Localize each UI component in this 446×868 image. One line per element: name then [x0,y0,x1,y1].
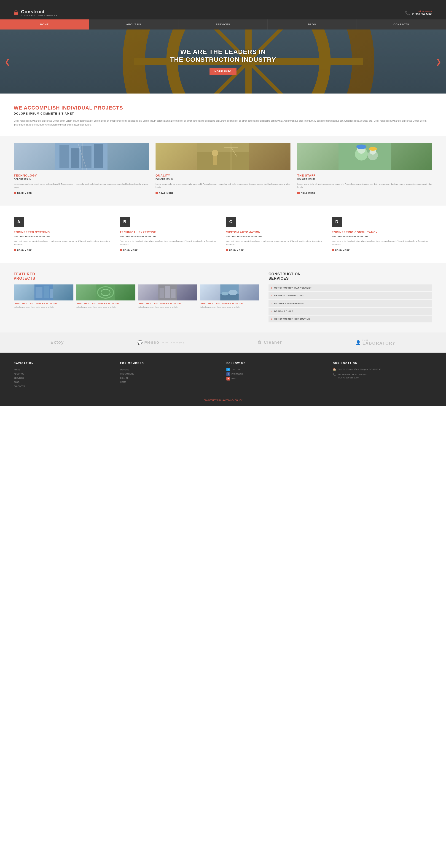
footer-members-home[interactable]: HOME [120,380,219,384]
nav-item-blog[interactable]: BLOG [268,20,357,30]
columns-grid: TECHNOLOGY DOLORE IPSUM Lorem ipsum dolo… [14,143,432,194]
phone-icon: 📞 [405,10,410,16]
column-staff: THE STAFF DOLORE IPSUM Lorem ipsum dolor… [297,143,432,194]
hero-prev-arrow[interactable]: ❮ [5,58,10,66]
project-link-1[interactable]: DONEC FACILI ULE LOREM IPSUM DOLORE [14,302,73,305]
service-title-b: TECHNICAL EXPERTISE [120,231,220,235]
facebook-label: FACEBOOK [232,373,243,375]
projects-grid: DONEC FACILI ULE LOREM IPSUM DOLORE Vari… [14,284,259,309]
social-twitter[interactable]: T TWITTER [227,368,326,371]
quality-title: QUALITY [155,174,291,177]
cs-item-3[interactable]: › PROGRAM MANAGEMENT [269,300,432,307]
technology-read-more-label: READ MORE [17,192,32,194]
read-more-icon-c [226,249,228,251]
technology-img-svg [14,143,149,170]
cs-title: CONSTRUCTIONSERVICES [269,272,432,281]
service-read-more-c[interactable]: READ MORE [226,249,326,251]
service-text-d: Nam pede ante, hendrerit vitae aliquet c… [332,240,433,246]
cs-item-1[interactable]: › CONSTRUCTION MANAGEMENT [269,284,432,291]
service-sub-d: MES CUML DIA SED CET INGER LOT. [332,236,433,238]
footer-nav-home[interactable]: HOME [14,368,113,372]
hero-title: WE ARE THE LEADERS IN THE CONSTRUCTION I… [170,48,276,63]
quality-read-more[interactable]: READ MORE [155,192,291,194]
svg-rect-11 [71,148,79,168]
svg-rect-33 [50,289,53,298]
project-link-3[interactable]: DONEC FACILI ULE LOREM IPSUM DOLORE [138,302,198,305]
footer-nav-blog[interactable]: BLOG [14,380,113,384]
navigation: HOME ABOUT US SERVICES BLOG CONTACTS [0,20,446,30]
footer-nav-contacts[interactable]: CONTACTS [14,384,113,388]
nav-item-contacts[interactable]: CONTACTS [357,20,446,30]
cs-item-5[interactable]: › CONSTRUCTION CONSULTING [269,315,432,322]
nav-item-about[interactable]: ABOUT US [89,20,178,30]
svg-rect-38 [160,288,164,298]
footer-members-forums[interactable]: FORUMS [120,368,219,372]
location-telephone: 📞 TELEPHONE: +1 800 603 6790 FAX: +1 800… [333,373,432,379]
construction-services: CONSTRUCTIONSERVICES › CONSTRUCTION MANA… [269,272,432,323]
footer-members-promos[interactable]: PROMOTIONS [120,372,219,376]
service-text-c: Nam justo ante, hendrerit vitae aliquet … [226,240,326,246]
nav-item-home[interactable]: HOME [0,20,89,30]
social-rss[interactable]: R RSS [227,377,326,380]
project-link-2[interactable]: DONEC FACILI ULE LOREM IPSUM DOLORE [76,302,136,305]
twitter-label: TWITTER [232,368,241,371]
partner-laboratory: 👤 PURE LABORATORY [356,339,396,346]
read-more-icon-a [14,249,16,251]
read-more-icon-b [120,249,122,251]
proj-svg-2 [76,284,136,301]
service-title-c: CUSTOM AUTOMATION [226,231,326,235]
hero-more-info-button[interactable]: MORE INFO [209,68,237,75]
cs-label-5: CONSTRUCTION CONSULTING [274,318,310,320]
quality-read-more-label: READ MORE [159,192,174,194]
logo-text: Construct CONSTRUCTION COMPANY [21,9,58,17]
quality-image [155,143,291,170]
social-facebook[interactable]: f FACEBOOK [227,372,326,376]
column-technology: TECHNOLOGY DOLORE IPSUM Lorem ipsum dolo… [14,143,149,194]
read-more-icon-2 [155,192,158,194]
footer-copy-text: © 2014 / PRIVACY POLICY [217,399,242,401]
cs-item-2[interactable]: › GENERAL CONTRACTING [269,292,432,299]
svg-rect-10 [59,145,69,168]
cs-arrow-2: › [271,294,272,297]
svg-rect-31 [36,287,42,298]
cs-label-1: CONSTRUCTION MANAGEMENT [274,287,312,289]
svg-rect-19 [213,156,217,165]
project-link-4[interactable]: DONEC FACILI ULE LOREM IPSUM DOLORE [200,302,259,305]
facebook-icon: f [227,372,230,376]
cleaner-label: Cleaner [264,340,282,345]
service-read-more-label-b: READ MORE [123,249,138,251]
service-read-more-a[interactable]: READ MORE [14,249,114,251]
footer-nav-about[interactable]: ABOUT US [14,372,113,376]
footer-members-signin[interactable]: SIGN IN [120,376,219,380]
service-engineering: D ENGINEERING CONSULTANCY MES CUML DIA S… [332,217,433,251]
location-address: 🏠 3897 St. Vincent Place, Glasgow, DC 45… [333,368,432,371]
technology-image [14,143,149,170]
accomplish-title: WE ACCOMPLISH INDIVIDUAL PROJECTS [14,105,432,111]
cs-list: › CONSTRUCTION MANAGEMENT › GENERAL CONT… [269,284,432,322]
footer-members-title: FOR MEMBERS [120,362,219,365]
technology-text: Lorem ipsum dolor sit amet, conse cultur… [14,183,149,189]
service-read-more-d[interactable]: READ MORE [332,249,433,251]
hero-next-arrow[interactable]: ❯ [436,58,441,66]
service-read-more-b[interactable]: READ MORE [120,249,220,251]
svg-point-18 [212,150,218,156]
staff-read-more[interactable]: READ MORE [297,192,432,194]
nav-item-services[interactable]: SERVICES [178,20,268,30]
technology-title: TECHNOLOGY [14,174,149,177]
project-img-4 [200,284,259,301]
svg-rect-40 [171,289,176,298]
contact-info: call us any time +1 959 552 5963 [412,10,432,16]
cs-label-2: GENERAL CONTRACTING [274,294,304,297]
footer-nav-services[interactable]: SERVICES [14,376,113,380]
service-title-d: ENGINEERING CONSULTANCY [332,231,433,235]
hero-section: ❮ WE ARE THE LEADERS IN THE CONSTRUCTION… [0,30,446,94]
staff-subtitle: DOLORE IPSUM [297,178,432,181]
cleaner-icon: 🗑 [258,340,262,345]
technology-read-more[interactable]: READ MORE [14,192,149,194]
service-title-a: ENGINEERED SYSTEMS [14,231,114,235]
read-more-icon-1 [14,192,16,194]
project-item-2: DONEC FACILI ULE LOREM IPSUM DOLORE Vari… [76,284,136,309]
svg-rect-13 [94,144,103,168]
svg-point-43 [221,292,229,296]
cs-item-4[interactable]: › DESIGN / BUILD [269,308,432,315]
